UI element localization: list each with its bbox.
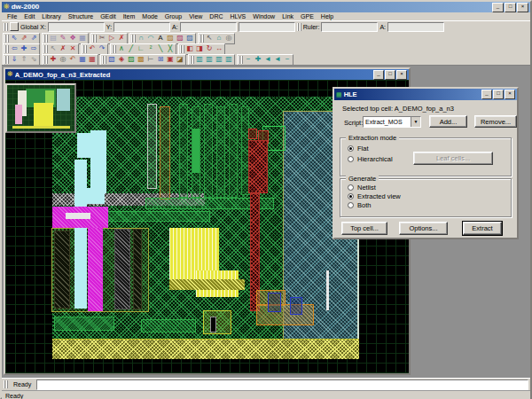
toolbar-grip[interactable] — [239, 56, 243, 64]
home-view-icon[interactable]: ⌂ — [215, 34, 223, 43]
extraction-mode-radio-flat[interactable]: Flat — [348, 145, 393, 152]
hle-dialog-titlebar[interactable]: ▦ HLE _ □ × — [334, 89, 517, 100]
extract-button[interactable]: Extract — [463, 222, 502, 235]
toolbar-grip[interactable] — [4, 23, 8, 31]
toolbar-grip[interactable] — [92, 35, 97, 43]
title-bar[interactable]: ❋ dw-2000 _ □ × — [2, 2, 530, 12]
unselect-icon[interactable]: ✗ — [59, 44, 67, 53]
write-icon[interactable]: ⇘ — [29, 55, 38, 64]
aux-field[interactable] — [239, 22, 295, 32]
restore-icon[interactable]: □ — [385, 70, 395, 80]
ruler-angle-field[interactable] — [387, 22, 444, 32]
minimize-icon[interactable]: _ — [492, 3, 504, 12]
toolbar-grip[interactable] — [4, 380, 8, 388]
import-icon[interactable]: ⇓ — [10, 55, 19, 64]
redo-icon[interactable]: ↷ — [98, 44, 106, 53]
toolbar-grip[interactable] — [43, 35, 48, 43]
zoom-cursor-icon[interactable]: ◎ — [224, 34, 233, 43]
menu-edit[interactable]: Edit — [20, 13, 38, 20]
cross-icon[interactable]: ╳ — [166, 44, 175, 53]
minimize-icon[interactable]: _ — [373, 70, 384, 80]
menu-item[interactable]: Item — [120, 13, 139, 20]
pan-origin-icon[interactable]: ✚ — [20, 44, 28, 53]
pan-right-icon[interactable]: ⇨ — [29, 44, 38, 53]
route-run-icon[interactable]: ⇗ — [20, 34, 28, 43]
menu-gpe[interactable]: GPE — [297, 13, 317, 20]
restore-icon[interactable]: □ — [505, 3, 516, 12]
angle-field[interactable] — [180, 22, 237, 32]
top-cell-button[interactable]: Top cell... — [341, 222, 387, 235]
cut-icon[interactable]: ✂ — [98, 34, 106, 43]
error-icon[interactable]: ▣ — [166, 55, 175, 64]
toolbar-grip[interactable] — [4, 45, 9, 53]
rotate-icon[interactable]: ↻ — [205, 44, 214, 53]
curve-icon[interactable]: ∩ — [137, 34, 145, 43]
menu-window[interactable]: Window — [249, 13, 278, 20]
instance-icon[interactable]: ▨ — [166, 34, 175, 43]
instance-blue-icon[interactable]: ▨ — [185, 34, 194, 43]
palette-icon[interactable]: ❖ — [68, 34, 77, 43]
route-back-icon[interactable]: ⇖ — [10, 34, 19, 43]
generate-radio-netlist[interactable]: Netlist — [348, 184, 401, 191]
remove-button[interactable]: Remove... — [474, 115, 517, 128]
toolbar-grip[interactable] — [200, 35, 204, 43]
extraction-mode-radio-hierarchical[interactable]: Hierarchical — [348, 155, 393, 162]
menu-file[interactable]: File — [4, 13, 20, 20]
mirror-x-icon[interactable]: ◧ — [185, 44, 194, 53]
toolbar-grip[interactable] — [4, 56, 9, 64]
drc-icon[interactable]: ◈ — [117, 55, 126, 64]
vertex-icon[interactable]: ∧ — [117, 44, 126, 53]
script-dropdown[interactable]: Extract_MOS ▼ — [363, 116, 421, 128]
toolbar-grip[interactable] — [43, 45, 48, 53]
close-icon[interactable]: × — [505, 90, 515, 99]
net-icon[interactable]: ⊞ — [156, 55, 165, 64]
menu-link[interactable]: Link — [278, 13, 297, 20]
zoom-tool-icon[interactable]: ◎ — [59, 55, 67, 64]
options-button[interactable]: Options... — [399, 222, 448, 235]
leaf-cells-button[interactable]: Leaf cells... — [413, 152, 493, 165]
arc-icon[interactable]: ◠ — [146, 34, 155, 43]
segment-icon[interactable]: ╱ — [127, 44, 136, 53]
coordbar-toggle-button[interactable] — [10, 22, 19, 31]
layer-c-icon[interactable]: ▥ — [215, 55, 223, 64]
new-document-icon[interactable]: ▤ — [49, 34, 58, 43]
layout-window-titlebar[interactable]: ❋ A_DEMO_fop_a_n3_Extracted _ □ × — [5, 69, 409, 80]
minimize-icon[interactable]: _ — [481, 90, 492, 99]
lvs-icon[interactable]: ▩ — [137, 55, 145, 64]
toolbar-grip[interactable] — [180, 45, 184, 53]
close-icon[interactable]: × — [517, 3, 528, 12]
x-coordinate-field[interactable] — [48, 22, 105, 32]
generate-radio-both[interactable]: Both — [348, 201, 401, 208]
extract-icon[interactable]: ▨ — [127, 55, 136, 64]
report-icon[interactable]: ◪ — [176, 55, 184, 64]
close-icon[interactable]: × — [396, 70, 407, 80]
layer-d-icon[interactable]: ▥ — [224, 55, 233, 64]
net-prev-icon[interactable]: − — [244, 55, 253, 64]
corner-icon[interactable]: ∟ — [137, 44, 145, 53]
add-window-icon[interactable]: ✚ — [49, 55, 58, 64]
add-button[interactable]: Add... — [429, 115, 467, 128]
y-coordinate-field[interactable] — [113, 22, 170, 32]
export-icon[interactable]: ⇑ — [20, 55, 28, 64]
menu-library[interactable]: Library — [38, 13, 64, 20]
toolbar-grip[interactable] — [190, 56, 194, 64]
delete-icon[interactable]: ✗ — [117, 34, 126, 43]
route-forward-icon[interactable]: ⇗ — [29, 34, 38, 43]
layer-b-icon[interactable]: ▥ — [205, 55, 214, 64]
generate-radio-extracted-view[interactable]: Extracted view — [348, 192, 401, 200]
edit-cell-icon[interactable]: ✎ — [59, 34, 67, 43]
net-trace-icon[interactable]: ◄ — [273, 55, 282, 64]
instance-red-icon[interactable]: ▨ — [176, 34, 184, 43]
layer-map-icon[interactable]: ▧ — [107, 55, 116, 64]
menu-view[interactable]: View — [185, 13, 206, 20]
toolbar-grip[interactable] — [297, 23, 301, 31]
restore-icon[interactable]: □ — [493, 90, 504, 99]
text-icon[interactable]: A — [156, 34, 165, 43]
toolbar-grip[interactable] — [131, 35, 136, 43]
menu-help[interactable]: Help — [317, 13, 337, 20]
command-field[interactable] — [36, 379, 528, 390]
menu-group[interactable]: Group — [161, 13, 185, 20]
toolbar-grip[interactable] — [82, 45, 87, 53]
stretch-icon[interactable]: ↔ — [215, 44, 223, 53]
deselect-all-icon[interactable]: ✕ — [68, 44, 77, 53]
